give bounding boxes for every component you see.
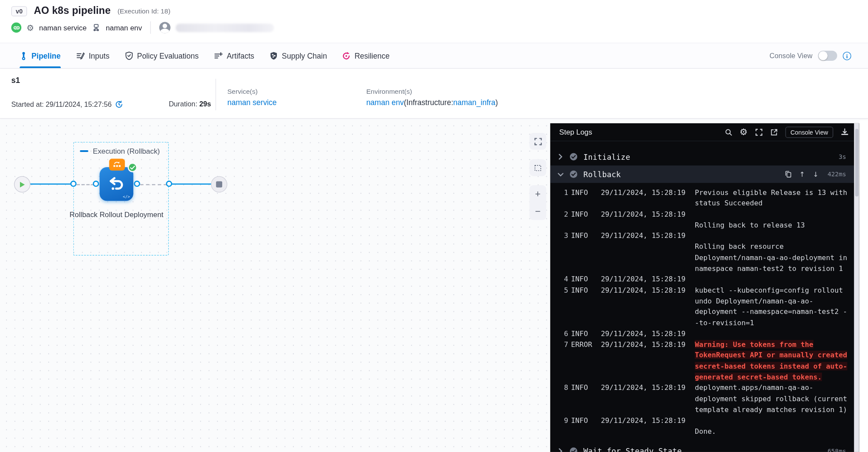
log-entry: 5 INFO 29/11/2024, 15:28:19 kubectl --ku… <box>559 285 854 328</box>
open-in-new-icon[interactable] <box>770 128 778 136</box>
section-duration: 658ms <box>828 447 846 452</box>
log-body: Initialize 3s Rollback ↑ ↓ 422ms <box>550 141 859 452</box>
log-section-initialize[interactable]: Initialize 3s <box>550 148 854 165</box>
log-section-wait-for-steady-state[interactable]: Wait for Steady State 658ms <box>550 442 854 452</box>
section-name: Wait for Steady State <box>583 446 682 452</box>
log-message: Done. <box>695 415 851 437</box>
section-tools: ↑ ↓ 422ms <box>785 170 846 178</box>
download-logs-icon[interactable] <box>841 128 849 136</box>
redacted-user-text <box>176 23 274 32</box>
log-message: Previous eligible Release is 13 with sta… <box>695 187 851 208</box>
copy-icon[interactable] <box>785 171 792 178</box>
header-service-name[interactable]: naman service <box>39 23 87 32</box>
title-row: v0 AO k8s pipeline (Execution Id: 18) <box>11 0 857 17</box>
tab-policy-evaluations[interactable]: Policy Evaluations <box>125 43 199 68</box>
chevron-right-icon[interactable] <box>557 154 564 160</box>
inputs-icon <box>76 52 85 59</box>
environment-link[interactable]: naman env <box>366 99 404 107</box>
step-success-icon <box>569 152 578 161</box>
log-timestamp: 29/11/2024, 15:28:19 <box>601 383 692 415</box>
search-icon[interactable] <box>724 128 732 136</box>
canvas-select-button[interactable] <box>529 159 546 176</box>
services-column: Service(s) naman service <box>227 88 277 107</box>
tab-label: Supply Chain <box>282 52 327 60</box>
connector-dot <box>93 181 99 187</box>
retry-history-icon[interactable] <box>115 100 123 109</box>
infra-suffix: ) <box>496 99 498 107</box>
canvas-fullscreen-button[interactable] <box>529 133 546 150</box>
log-entry: 9 INFO 29/11/2024, 15:28:19 Done. <box>559 415 854 437</box>
line-number: 9 <box>559 415 569 437</box>
section-name: Rollback <box>583 170 621 179</box>
section-duration: 3s <box>838 153 846 161</box>
duration-value: 29s <box>199 100 211 108</box>
tab-artifacts[interactable]: Artifacts <box>214 43 254 68</box>
collapse-minus-icon[interactable] <box>80 150 88 152</box>
line-number: 7 <box>559 339 569 383</box>
log-level: INFO <box>571 230 598 274</box>
tab-label: Inputs <box>89 52 110 60</box>
node-label: Rollback Rollout Deployment <box>69 210 164 220</box>
pipeline-start-node[interactable] <box>14 176 30 193</box>
pipeline-icon <box>20 52 27 60</box>
log-settings-gear-icon[interactable]: ⚙ <box>740 127 748 138</box>
service-link[interactable]: naman service <box>227 99 277 107</box>
tab-inputs[interactable]: Inputs <box>76 43 109 68</box>
step-success-icon <box>569 170 578 178</box>
log-panel-title: Step Logs <box>559 128 592 136</box>
log-level: INFO <box>571 285 598 328</box>
tab-pipeline[interactable]: Pipeline <box>20 43 60 68</box>
zoom-out-button[interactable]: − <box>535 207 541 216</box>
infrastructure-link[interactable]: naman_infra <box>453 99 495 107</box>
section-duration: 422ms <box>828 171 846 178</box>
execution-tabbar: Pipeline Inputs Policy Evaluations Artif… <box>0 43 868 69</box>
log-section-rollback[interactable]: Rollback ↑ ↓ 422ms <box>550 165 854 183</box>
line-number: 3 <box>559 230 569 274</box>
console-view-toggle[interactable] <box>818 51 837 61</box>
stage-name[interactable]: s1 <box>11 76 857 85</box>
stage-summary-bar: s1 Started at: 29/11/2024, 15:27:56 Dura… <box>0 69 868 119</box>
log-message: deployment.apps/naman-qa-ao- deployment … <box>695 383 851 415</box>
header-environment-name[interactable]: naman env <box>106 23 142 32</box>
log-level: ERROR <box>571 339 598 383</box>
expand-fullscreen-icon[interactable] <box>755 128 763 136</box>
connector-dot <box>134 181 140 187</box>
scrollbar-thumb[interactable] <box>855 129 858 197</box>
chevron-right-icon[interactable] <box>557 448 564 452</box>
step-logs-panel: Step Logs ⚙ Console View <box>550 123 859 452</box>
tab-supply-chain[interactable]: Supply Chain <box>270 43 327 68</box>
started-at: Started at: 29/11/2024, 15:27:56 <box>11 100 123 109</box>
section-name: Initialize <box>583 152 630 162</box>
console-view-button[interactable]: Console View <box>786 126 833 138</box>
environment-icon <box>92 23 101 32</box>
environments-column: Environment(s) naman env(Infrastructure:… <box>366 88 498 107</box>
tab-resilience[interactable]: Resilience <box>342 43 389 68</box>
meta-row: ⚙ naman service naman env <box>11 21 857 34</box>
rollout-glyph <box>112 161 122 168</box>
play-icon <box>19 181 25 188</box>
log-message <box>695 328 851 339</box>
log-entry: 4 INFO 29/11/2024, 15:28:19 <box>559 274 854 284</box>
log-timestamp: 29/11/2024, 15:28:19 <box>601 230 692 274</box>
divider <box>151 21 151 34</box>
link-icon <box>13 24 19 30</box>
log-lines[interactable]: 1 INFO 29/11/2024, 15:28:19 Previous eli… <box>550 183 854 439</box>
stop-icon <box>216 181 222 187</box>
pipeline-end-node[interactable] <box>211 176 227 193</box>
fullscreen-icon <box>534 137 542 145</box>
scroll-bottom-icon[interactable]: ↓ <box>813 170 819 178</box>
scroll-top-icon[interactable]: ↑ <box>799 170 805 178</box>
log-scrollbar[interactable] <box>854 123 859 452</box>
chevron-down-icon[interactable] <box>557 172 564 176</box>
zoom-in-button[interactable]: + <box>535 189 541 199</box>
log-message: Warning: Use tokens from the TokenReques… <box>695 339 851 383</box>
rollback-rollout-deployment-node[interactable]: </> <box>99 167 133 201</box>
log-timestamp: 29/11/2024, 15:28:19 <box>601 328 692 339</box>
info-icon[interactable]: i <box>843 52 851 60</box>
artifacts-icon <box>214 52 223 59</box>
log-entry: 1 INFO 29/11/2024, 15:28:19 Previous eli… <box>559 187 854 208</box>
line-number: 4 <box>559 274 569 284</box>
group-header: Execution (Rollback) <box>80 147 160 155</box>
canvas-zoom-controls: + − <box>529 185 546 220</box>
log-message: Rolling back resource Deployment/naman-q… <box>695 230 851 274</box>
